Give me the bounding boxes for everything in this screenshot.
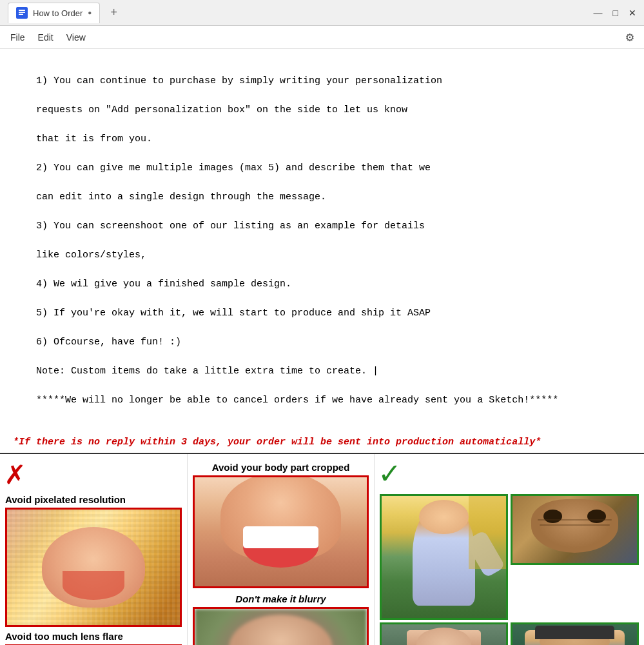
maximize-button[interactable]: □	[613, 8, 618, 18]
tab-title: How to Order	[33, 8, 83, 18]
caption-lens-flare: Avoid too much lens flare	[5, 631, 182, 642]
close-button[interactable]: ✕	[629, 8, 636, 18]
menu-file[interactable]: File	[10, 32, 25, 43]
middle-panel: Avoid your body part cropped Don't make …	[187, 454, 374, 645]
svg-rect-2	[19, 14, 23, 15]
window-controls: — □ ✕	[594, 8, 636, 18]
svg-rect-1	[19, 12, 25, 14]
caption-cropped: Avoid your body part cropped	[193, 462, 369, 473]
menu-view[interactable]: View	[66, 32, 86, 43]
check-mark-icon: ✓	[380, 459, 399, 491]
settings-icon[interactable]: ⚙	[626, 29, 634, 45]
tab[interactable]: How to Order ●	[8, 3, 100, 23]
blurry-image	[193, 607, 369, 645]
document-content: 1) You can continue to purchase by simpl…	[0, 49, 644, 453]
good-examples-panel: ✓	[374, 454, 644, 645]
red-warning-text: *If there is no reply within 3 days, you…	[13, 437, 631, 448]
good-image-dog	[511, 494, 639, 565]
good-image-man	[380, 494, 508, 620]
good-images-grid	[380, 494, 639, 645]
caption-blurry: Don't make it blurry	[193, 593, 369, 604]
title-bar-left: How to Order ● +	[8, 3, 117, 23]
bad-examples-panel: ✗ Avoid pixelated resolution Avoid too m…	[0, 454, 187, 645]
caption-pixelated: Avoid pixelated resolution	[5, 494, 182, 505]
minimize-button[interactable]: —	[594, 8, 603, 18]
image-section: ✗ Avoid pixelated resolution Avoid too m…	[0, 453, 644, 645]
svg-rect-0	[19, 10, 25, 11]
title-bar: How to Order ● + — □ ✕	[0, 0, 644, 26]
new-tab-button[interactable]: +	[110, 6, 117, 19]
good-image-man2	[511, 622, 639, 645]
menu-edit[interactable]: Edit	[38, 32, 54, 43]
document-text: 1) You can continue to purchase by simpl…	[13, 59, 631, 437]
good-image-youngman	[380, 622, 508, 645]
pixelated-image	[5, 508, 182, 627]
menu-bar: File Edit View ⚙	[0, 26, 644, 49]
cropped-image	[193, 475, 369, 588]
menu-items: File Edit View	[10, 32, 86, 43]
tab-dot: ●	[88, 10, 92, 17]
app-icon	[16, 7, 28, 19]
x-mark-icon: ✗	[5, 459, 24, 491]
